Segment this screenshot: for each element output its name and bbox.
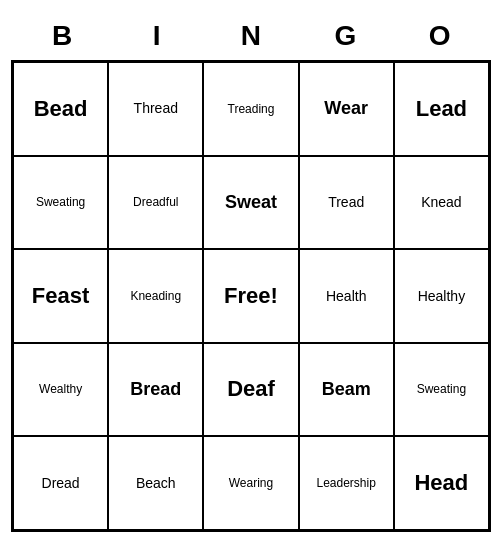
- cell-4-4: Head: [394, 436, 489, 530]
- cell-0-2: Treading: [203, 62, 298, 156]
- cell-2-3: Health: [299, 249, 394, 343]
- header-o: O: [396, 20, 484, 52]
- cell-4-3: Leadership: [299, 436, 394, 530]
- cell-3-2: Deaf: [203, 343, 298, 437]
- header-i: I: [113, 20, 201, 52]
- cell-3-3: Beam: [299, 343, 394, 437]
- cell-0-0: Bead: [13, 62, 108, 156]
- cell-1-0: Sweating: [13, 156, 108, 250]
- bingo-header: B I N G O: [11, 12, 491, 60]
- cell-0-4: Lead: [394, 62, 489, 156]
- header-b: B: [18, 20, 106, 52]
- cell-2-0: Feast: [13, 249, 108, 343]
- cell-0-3: Wear: [299, 62, 394, 156]
- cell-1-4: Knead: [394, 156, 489, 250]
- cell-1-1: Dreadful: [108, 156, 203, 250]
- cell-2-4: Healthy: [394, 249, 489, 343]
- cell-2-1: Kneading: [108, 249, 203, 343]
- cell-3-0: Wealthy: [13, 343, 108, 437]
- cell-0-1: Thread: [108, 62, 203, 156]
- cell-1-3: Tread: [299, 156, 394, 250]
- cell-3-1: Bread: [108, 343, 203, 437]
- header-g: G: [301, 20, 389, 52]
- cell-4-2: Wearing: [203, 436, 298, 530]
- cell-2-2: Free!: [203, 249, 298, 343]
- bingo-grid: Bead Thread Treading Wear Lead Sweating …: [11, 60, 491, 532]
- cell-4-1: Beach: [108, 436, 203, 530]
- cell-4-0: Dread: [13, 436, 108, 530]
- cell-3-4: Sweating: [394, 343, 489, 437]
- bingo-card: B I N G O Bead Thread Treading Wear Lead…: [11, 12, 491, 532]
- header-n: N: [207, 20, 295, 52]
- cell-1-2: Sweat: [203, 156, 298, 250]
